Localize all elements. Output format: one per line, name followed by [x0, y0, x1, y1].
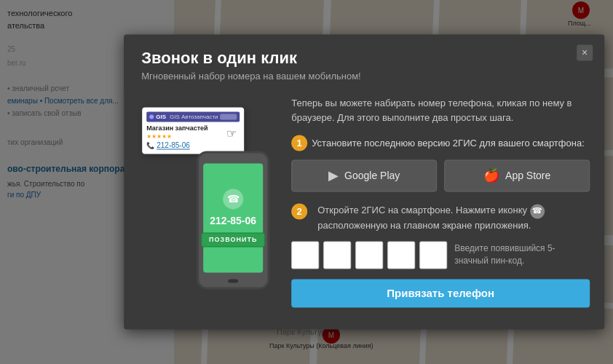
browser-card: GIS GIS Автозапчасти Магазин запчастей ★…: [142, 108, 244, 154]
google-play-label: Google Play: [344, 170, 400, 181]
phone-icon-inline: ☎: [530, 204, 545, 218]
smartphone-body: ☎ 212-85-06 ПОЗВОНИТЬ: [197, 151, 269, 290]
phone-illustration-area: GIS GIS Автозапчасти Магазин запчастей ★…: [124, 89, 284, 314]
listing-title: Магазин запчастей: [146, 125, 240, 132]
app-store-button[interactable]: 🍎 App Store: [444, 159, 590, 191]
bind-phone-button[interactable]: Привязать телефон: [291, 280, 590, 308]
google-play-button[interactable]: ▶ Google Play: [291, 159, 437, 191]
step2-text-before: Откройте 2ГИС на смартфоне. Нажмите икон…: [317, 205, 527, 215]
phone-call-icon: ☎: [223, 189, 243, 210]
smartphone-screen: ☎ 212-85-06 ПОЗВОНИТЬ: [203, 164, 263, 273]
call-btn-display: ПОЗВОНИТЬ: [201, 233, 265, 248]
store-buttons: ▶ Google Play 🍎 App Store: [291, 159, 590, 191]
phone-number-display: 212-85-06: [210, 215, 256, 227]
modal-header: Звонок в один клик Мгновенный набор номе…: [124, 34, 604, 89]
pin-box-5[interactable]: [419, 242, 447, 269]
google-play-icon: ▶: [328, 167, 339, 183]
browser-gis-icon: [149, 115, 154, 119]
modal-subtitle: Мгновенный набор номера на вашем мобильн…: [141, 71, 587, 82]
step1-heading: 1 Установите последнюю версию 2ГИС для в…: [291, 135, 590, 151]
step1-label: 1: [291, 135, 307, 151]
smartphone-home-button: [228, 280, 238, 283]
modal-dialog: Звонок в один клик Мгновенный набор номе…: [124, 34, 604, 329]
modal-instructions: Теперь вы можете набирать номер телефона…: [284, 89, 604, 314]
step2-text-after: расположенную на главном экране приложен…: [317, 220, 531, 231]
cursor-icon: ☞: [226, 127, 237, 141]
step2-row: 2 Откройте 2ГИС на смартфоне. Нажмите ик…: [291, 203, 590, 232]
listing-phone[interactable]: 212-85-06: [157, 142, 190, 150]
pin-box-4[interactable]: [387, 242, 415, 269]
smartphone: ☎ 212-85-06 ПОЗВОНИТЬ: [193, 151, 273, 297]
pin-box-3[interactable]: [355, 242, 383, 269]
phone-illustration: GIS GIS Автозапчасти Магазин запчастей ★…: [142, 108, 273, 297]
pin-box-1[interactable]: [291, 242, 319, 269]
browser-tab-label: GIS Автозапчасти: [170, 114, 218, 120]
pin-hint: Введите появившийся 5-значный пин-код.: [454, 243, 556, 268]
step1-text: Установите последнюю версию 2ГИС для ваш…: [312, 138, 585, 149]
step2-text: Откройте 2ГИС на смартфоне. Нажмите икон…: [317, 203, 590, 232]
pin-row: Введите появившийся 5-значный пин-код.: [291, 242, 590, 269]
modal-body: GIS GIS Автозапчасти Магазин запчастей ★…: [124, 89, 604, 329]
listing-stars: ★★★★★: [146, 134, 240, 141]
apple-icon: 🍎: [483, 167, 499, 183]
pin-boxes: [291, 242, 447, 269]
modal-overlay: Звонок в один клик Мгновенный набор номе…: [0, 0, 613, 364]
modal-intro-text: Теперь вы можете набирать номер телефона…: [291, 96, 590, 124]
browser-address-bar: [221, 114, 237, 120]
pin-box-2[interactable]: [323, 242, 351, 269]
close-button[interactable]: ×: [577, 44, 593, 60]
step2-label: 2: [291, 203, 307, 219]
app-store-label: App Store: [505, 170, 550, 181]
browser-bar: GIS GIS Автозапчасти: [146, 112, 240, 122]
modal-title: Звонок в один клик: [141, 49, 587, 68]
